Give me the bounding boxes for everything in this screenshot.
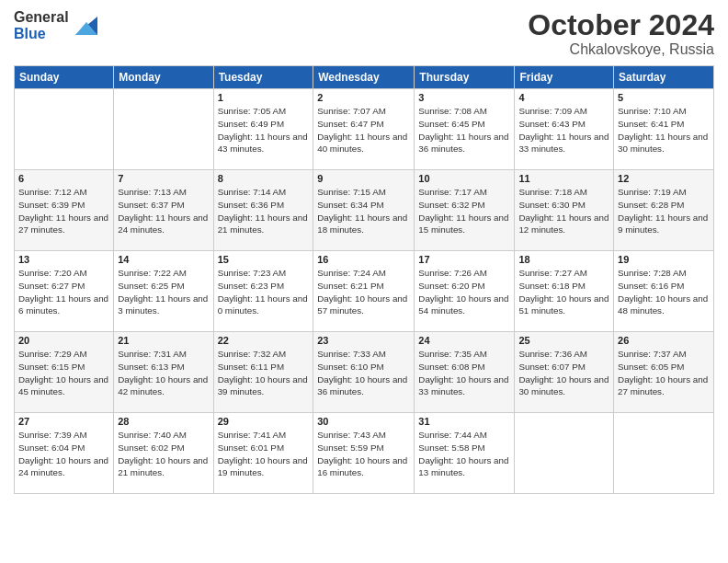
day-number: 29 xyxy=(218,416,310,427)
calendar-day-cell: 28Sunrise: 7:40 AMSunset: 6:02 PMDayligh… xyxy=(114,413,213,494)
day-number: 1 xyxy=(218,92,310,103)
day-number: 28 xyxy=(118,416,209,427)
day-number: 25 xyxy=(518,335,609,346)
calendar-day-cell: 11Sunrise: 7:18 AMSunset: 6:30 PMDayligh… xyxy=(515,170,614,251)
day-number: 13 xyxy=(18,254,109,265)
calendar-day-cell: 5Sunrise: 7:10 AMSunset: 6:41 PMDaylight… xyxy=(614,89,714,170)
day-number: 16 xyxy=(317,254,410,265)
day-info: Sunrise: 7:23 AMSunset: 6:23 PMDaylight:… xyxy=(218,267,310,317)
day-info: Sunrise: 7:28 AMSunset: 6:16 PMDaylight:… xyxy=(618,267,710,317)
calendar-day-cell: 20Sunrise: 7:29 AMSunset: 6:15 PMDayligh… xyxy=(15,332,114,413)
day-number: 8 xyxy=(218,173,310,184)
day-number: 7 xyxy=(118,173,209,184)
day-number: 11 xyxy=(518,173,609,184)
day-info: Sunrise: 7:13 AMSunset: 6:37 PMDaylight:… xyxy=(118,186,209,236)
day-number: 2 xyxy=(317,92,410,103)
calendar-day-cell: 4Sunrise: 7:09 AMSunset: 6:43 PMDaylight… xyxy=(515,89,614,170)
day-info: Sunrise: 7:26 AMSunset: 6:20 PMDaylight:… xyxy=(418,267,510,317)
calendar-day-cell: 2Sunrise: 7:07 AMSunset: 6:47 PMDaylight… xyxy=(313,89,415,170)
day-number: 21 xyxy=(118,335,209,346)
day-of-week-header: Sunday xyxy=(15,66,114,89)
day-info: Sunrise: 7:37 AMSunset: 6:05 PMDaylight:… xyxy=(618,348,710,398)
logo-text: General Blue xyxy=(14,9,69,41)
calendar-day-cell: 14Sunrise: 7:22 AMSunset: 6:25 PMDayligh… xyxy=(114,251,213,332)
title-block: October 2024 Chkalovskoye, Russia xyxy=(528,9,714,58)
calendar-day-cell: 9Sunrise: 7:15 AMSunset: 6:34 PMDaylight… xyxy=(313,170,415,251)
day-number: 22 xyxy=(218,335,310,346)
day-number: 3 xyxy=(418,92,510,103)
calendar-day-cell: 1Sunrise: 7:05 AMSunset: 6:49 PMDaylight… xyxy=(213,89,313,170)
day-info: Sunrise: 7:08 AMSunset: 6:45 PMDaylight:… xyxy=(418,105,510,155)
calendar-day-cell xyxy=(114,89,213,170)
day-info: Sunrise: 7:44 AMSunset: 5:58 PMDaylight:… xyxy=(418,429,510,479)
day-info: Sunrise: 7:35 AMSunset: 6:08 PMDaylight:… xyxy=(418,348,510,398)
month-title: October 2024 xyxy=(528,9,714,41)
day-number: 24 xyxy=(418,335,510,346)
day-info: Sunrise: 7:22 AMSunset: 6:25 PMDaylight:… xyxy=(118,267,209,317)
day-info: Sunrise: 7:29 AMSunset: 6:15 PMDaylight:… xyxy=(18,348,109,398)
day-number: 9 xyxy=(317,173,410,184)
day-info: Sunrise: 7:43 AMSunset: 5:59 PMDaylight:… xyxy=(317,429,410,479)
calendar-day-cell xyxy=(515,413,614,494)
calendar-day-cell: 29Sunrise: 7:41 AMSunset: 6:01 PMDayligh… xyxy=(213,413,313,494)
day-info: Sunrise: 7:09 AMSunset: 6:43 PMDaylight:… xyxy=(518,105,609,155)
day-number: 27 xyxy=(18,416,109,427)
day-info: Sunrise: 7:20 AMSunset: 6:27 PMDaylight:… xyxy=(18,267,109,317)
calendar-day-cell: 16Sunrise: 7:24 AMSunset: 6:21 PMDayligh… xyxy=(313,251,415,332)
day-info: Sunrise: 7:27 AMSunset: 6:18 PMDaylight:… xyxy=(518,267,609,317)
calendar-day-cell: 23Sunrise: 7:33 AMSunset: 6:10 PMDayligh… xyxy=(313,332,415,413)
calendar-day-cell xyxy=(15,89,114,170)
day-number: 31 xyxy=(418,416,510,427)
calendar-day-cell: 25Sunrise: 7:36 AMSunset: 6:07 PMDayligh… xyxy=(515,332,614,413)
day-info: Sunrise: 7:41 AMSunset: 6:01 PMDaylight:… xyxy=(218,429,310,479)
calendar-day-cell: 12Sunrise: 7:19 AMSunset: 6:28 PMDayligh… xyxy=(614,170,714,251)
calendar-table: SundayMondayTuesdayWednesdayThursdayFrid… xyxy=(14,65,714,494)
day-number: 20 xyxy=(18,335,109,346)
calendar-day-cell: 21Sunrise: 7:31 AMSunset: 6:13 PMDayligh… xyxy=(114,332,213,413)
day-info: Sunrise: 7:17 AMSunset: 6:32 PMDaylight:… xyxy=(418,186,510,236)
page: General Blue October 2024 Chkalovskoye, … xyxy=(0,0,728,563)
day-of-week-header: Tuesday xyxy=(213,66,313,89)
day-number: 19 xyxy=(618,254,710,265)
day-number: 18 xyxy=(518,254,609,265)
calendar-day-cell: 18Sunrise: 7:27 AMSunset: 6:18 PMDayligh… xyxy=(515,251,614,332)
day-number: 12 xyxy=(618,173,710,184)
day-info: Sunrise: 7:14 AMSunset: 6:36 PMDaylight:… xyxy=(218,186,310,236)
calendar-day-cell: 26Sunrise: 7:37 AMSunset: 6:05 PMDayligh… xyxy=(614,332,714,413)
day-of-week-header: Thursday xyxy=(415,66,515,89)
calendar-day-cell: 13Sunrise: 7:20 AMSunset: 6:27 PMDayligh… xyxy=(15,251,114,332)
day-info: Sunrise: 7:31 AMSunset: 6:13 PMDaylight:… xyxy=(118,348,209,398)
calendar-week-row: 6Sunrise: 7:12 AMSunset: 6:39 PMDaylight… xyxy=(15,170,714,251)
calendar-day-cell: 27Sunrise: 7:39 AMSunset: 6:04 PMDayligh… xyxy=(15,413,114,494)
calendar-day-cell: 8Sunrise: 7:14 AMSunset: 6:36 PMDaylight… xyxy=(213,170,313,251)
day-number: 17 xyxy=(418,254,510,265)
calendar-day-cell: 31Sunrise: 7:44 AMSunset: 5:58 PMDayligh… xyxy=(415,413,515,494)
day-number: 15 xyxy=(218,254,310,265)
day-info: Sunrise: 7:05 AMSunset: 6:49 PMDaylight:… xyxy=(218,105,310,155)
day-of-week-header: Friday xyxy=(515,66,614,89)
calendar-day-cell: 6Sunrise: 7:12 AMSunset: 6:39 PMDaylight… xyxy=(15,170,114,251)
calendar-day-cell: 30Sunrise: 7:43 AMSunset: 5:59 PMDayligh… xyxy=(313,413,415,494)
calendar-day-cell xyxy=(614,413,714,494)
calendar-week-row: 1Sunrise: 7:05 AMSunset: 6:49 PMDaylight… xyxy=(15,89,714,170)
calendar-week-row: 27Sunrise: 7:39 AMSunset: 6:04 PMDayligh… xyxy=(15,413,714,494)
day-of-week-header: Monday xyxy=(114,66,213,89)
day-info: Sunrise: 7:07 AMSunset: 6:47 PMDaylight:… xyxy=(317,105,410,155)
calendar-day-cell: 3Sunrise: 7:08 AMSunset: 6:45 PMDaylight… xyxy=(415,89,515,170)
logo-icon xyxy=(72,13,97,39)
logo-general: General xyxy=(14,9,69,26)
day-info: Sunrise: 7:32 AMSunset: 6:11 PMDaylight:… xyxy=(218,348,310,398)
day-number: 6 xyxy=(18,173,109,184)
day-number: 26 xyxy=(618,335,710,346)
logo: General Blue xyxy=(14,9,97,41)
calendar-day-cell: 19Sunrise: 7:28 AMSunset: 6:16 PMDayligh… xyxy=(614,251,714,332)
day-number: 4 xyxy=(518,92,609,103)
logo-blue: Blue xyxy=(14,26,69,42)
day-number: 23 xyxy=(317,335,410,346)
calendar-week-row: 13Sunrise: 7:20 AMSunset: 6:27 PMDayligh… xyxy=(15,251,714,332)
day-info: Sunrise: 7:39 AMSunset: 6:04 PMDaylight:… xyxy=(18,429,109,479)
day-info: Sunrise: 7:19 AMSunset: 6:28 PMDaylight:… xyxy=(618,186,710,236)
day-info: Sunrise: 7:18 AMSunset: 6:30 PMDaylight:… xyxy=(518,186,609,236)
calendar-day-cell: 10Sunrise: 7:17 AMSunset: 6:32 PMDayligh… xyxy=(415,170,515,251)
day-info: Sunrise: 7:24 AMSunset: 6:21 PMDaylight:… xyxy=(317,267,410,317)
